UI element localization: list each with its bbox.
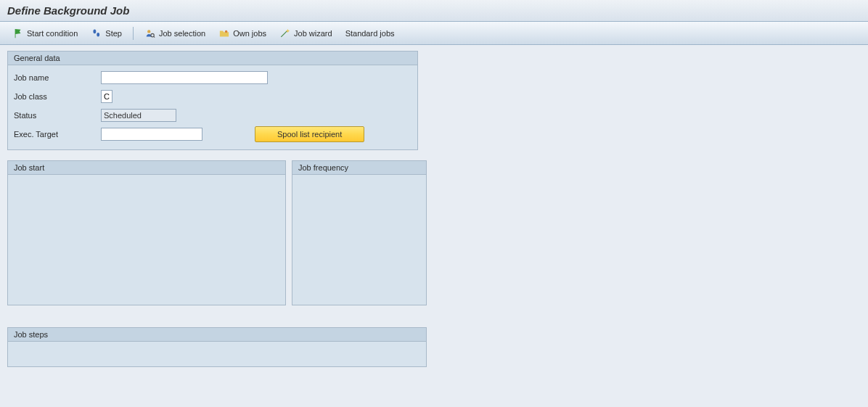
form-row-jobclass: Job class <box>14 89 412 104</box>
folder-person-icon <box>218 28 230 39</box>
job-start-groupbox: Job start <box>7 160 286 305</box>
groupbox-title: Job start <box>8 161 285 175</box>
row-start-freq: Job start Job frequency <box>7 160 861 316</box>
toolbar-separator <box>133 27 134 40</box>
jobname-input[interactable] <box>101 71 268 84</box>
toolbar-label: Step <box>105 29 122 38</box>
svg-point-3 <box>151 33 154 36</box>
job-selection-button[interactable]: Job selection <box>139 25 210 41</box>
form-row-status: Status <box>14 107 412 123</box>
general-data-groupbox: General data Job name Job class Status E… <box>7 51 418 150</box>
svg-point-5 <box>225 30 228 33</box>
svg-line-4 <box>154 36 155 37</box>
groupbox-title: General data <box>8 52 417 65</box>
standard-jobs-button[interactable]: Standard jobs <box>340 27 400 40</box>
content-area: General data Job name Job class Status E… <box>0 45 868 407</box>
own-jobs-button[interactable]: Own jobs <box>213 25 271 41</box>
toolbar-label: Start condition <box>27 29 78 38</box>
page-title: Define Background Job <box>7 4 129 17</box>
jobclass-input[interactable] <box>101 90 112 103</box>
job-wizard-button[interactable]: Job wizard <box>274 25 337 41</box>
status-label: Status <box>14 111 101 120</box>
status-input <box>101 109 176 122</box>
groupbox-body <box>292 175 426 303</box>
start-condition-button[interactable]: Start condition <box>7 25 83 41</box>
toolbar-label: Own jobs <box>233 29 266 38</box>
svg-point-2 <box>147 30 150 33</box>
groupbox-body: Job name Job class Status Exec. Target S… <box>8 65 417 149</box>
form-row-exectarget: Exec. Target Spool list recipient <box>14 126 412 142</box>
form-row-jobname: Job name <box>14 70 412 86</box>
footsteps-icon <box>91 28 102 39</box>
groupbox-title: Job steps <box>8 328 426 342</box>
flag-icon <box>12 28 24 39</box>
job-steps-groupbox: Job steps <box>7 327 427 367</box>
toolbar-label: Standard jobs <box>345 29 395 38</box>
toolbar: Start condition Step Job selection Own j… <box>0 22 868 45</box>
person-search-icon <box>144 28 156 39</box>
jobclass-label: Job class <box>14 92 101 101</box>
exectarget-label: Exec. Target <box>14 130 101 139</box>
toolbar-label: Job selection <box>159 29 205 38</box>
title-bar: Define Background Job <box>0 0 868 22</box>
spool-list-recipient-button[interactable]: Spool list recipient <box>255 126 364 142</box>
groupbox-body <box>8 175 285 303</box>
svg-point-1 <box>97 32 100 36</box>
groupbox-title: Job frequency <box>292 161 426 175</box>
groupbox-body <box>8 342 426 350</box>
wizard-icon <box>279 28 291 39</box>
toolbar-label: Job wizard <box>294 29 332 38</box>
jobname-label: Job name <box>14 73 101 82</box>
svg-point-0 <box>94 29 97 33</box>
job-frequency-groupbox: Job frequency <box>292 160 427 305</box>
step-button[interactable]: Step <box>86 25 127 41</box>
exectarget-input[interactable] <box>101 128 202 141</box>
